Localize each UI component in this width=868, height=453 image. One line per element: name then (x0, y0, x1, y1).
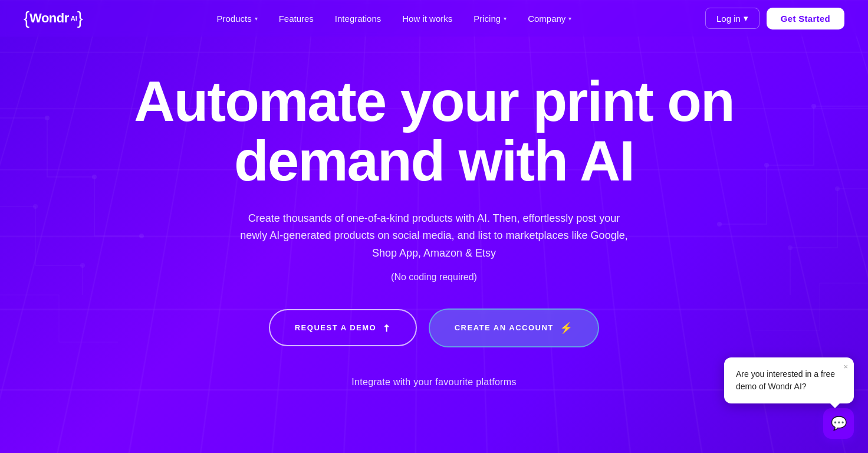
nav-link-how-it-works[interactable]: How it works (402, 14, 452, 24)
chat-bubble-text: Are you interested in a free demo of Won… (736, 368, 842, 393)
bolt-icon: ⚡ (560, 321, 574, 334)
login-button[interactable]: Log in ▾ (705, 8, 760, 29)
nav-link-integrations[interactable]: Integrations (335, 14, 381, 24)
nav-link-products[interactable]: Products ▾ (216, 14, 257, 24)
nav-links: Products ▾ Features Integrations How it … (216, 14, 571, 24)
chat-open-button[interactable]: 💬 (823, 408, 854, 439)
hero-section: Automate your print on demand with AI Cr… (0, 37, 868, 405)
chevron-down-icon: ▾ (568, 15, 571, 22)
logo-wordmark: Wondr (29, 11, 69, 26)
chat-bubble: × Are you interested in a free demo of W… (724, 357, 854, 403)
logo[interactable]: { Wondr AI } (24, 9, 83, 27)
cta-group: REQUEST A DEMO ↗ CREATE AN ACCOUNT ⚡ (269, 308, 600, 347)
integrate-label: Integrate with your favourite platforms (351, 377, 516, 388)
nav-actions: Log in ▾ Get Started (705, 8, 844, 29)
nav-link-features[interactable]: Features (279, 14, 314, 24)
nav-item-products[interactable]: Products ▾ (216, 14, 257, 24)
get-started-button[interactable]: Get Started (767, 8, 844, 29)
chat-close-button[interactable]: × (843, 362, 848, 371)
nav-item-pricing[interactable]: Pricing ▾ (474, 14, 507, 24)
chevron-down-icon: ▾ (504, 15, 507, 22)
create-account-button[interactable]: CREATE AN ACCOUNT ⚡ (429, 308, 600, 347)
logo-brace-right: } (77, 9, 83, 27)
navbar: { Wondr AI } Products ▾ Features Integra… (0, 0, 868, 37)
nav-item-company[interactable]: Company ▾ (528, 14, 571, 24)
hero-title: Automate your print on demand with AI (134, 72, 734, 191)
nav-link-pricing[interactable]: Pricing ▾ (474, 14, 507, 24)
chat-icon: 💬 (831, 416, 847, 431)
request-demo-button[interactable]: REQUEST A DEMO ↗ (269, 309, 417, 346)
chat-widget: × Are you interested in a free demo of W… (823, 408, 854, 439)
nav-item-features[interactable]: Features (279, 14, 314, 24)
logo-ai-badge: AI (71, 15, 77, 22)
nav-item-integrations[interactable]: Integrations (335, 14, 381, 24)
hero-subtitle: Create thousands of one-of-a-kind produc… (234, 210, 634, 262)
chevron-down-icon: ▾ (255, 15, 258, 22)
nav-item-how-it-works[interactable]: How it works (402, 14, 452, 24)
external-link-icon: ↗ (380, 321, 394, 335)
hero-note: (No coding required) (391, 272, 477, 283)
logo-brace-left: { (24, 9, 29, 27)
nav-link-company[interactable]: Company ▾ (528, 14, 571, 24)
chevron-down-icon: ▾ (744, 13, 748, 24)
